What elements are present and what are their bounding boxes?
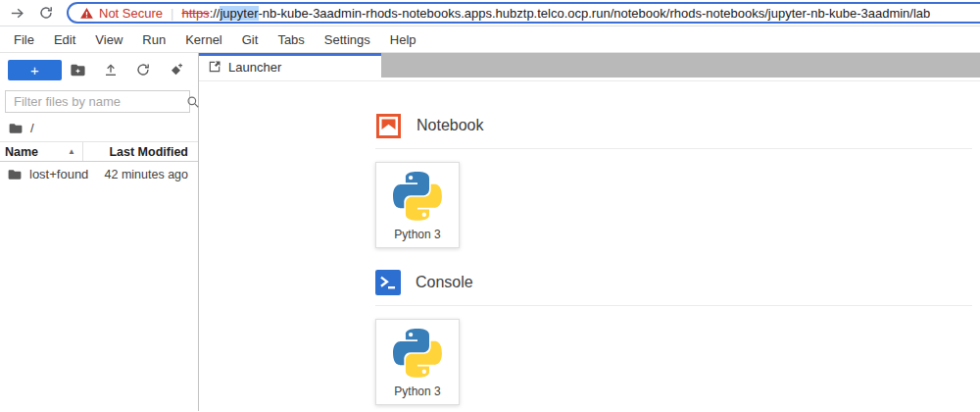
card-label: Python 3 — [394, 385, 440, 398]
url-scheme-separator: :// — [210, 6, 220, 21]
url-scheme: https — [181, 6, 209, 21]
new-launcher-button[interactable]: + — [8, 60, 62, 80]
column-header-last-modified[interactable]: Last Modified — [83, 142, 198, 161]
menu-git[interactable]: Git — [232, 32, 269, 47]
address-bar[interactable]: Not Secure | https://jupyter-nb-kube-3aa… — [67, 2, 980, 24]
card-label: Python 3 — [394, 228, 440, 241]
warning-triangle-icon — [79, 6, 94, 21]
dock-tab-bar: Launcher — [199, 53, 980, 77]
file-browser-sidebar: + / — [0, 53, 199, 411]
launcher-panel: Notebook Python 3 Console — [199, 81, 980, 411]
menu-file[interactable]: File — [4, 32, 44, 47]
search-icon — [186, 95, 200, 109]
section-header: Console — [375, 269, 972, 296]
menu-kernel[interactable]: Kernel — [175, 32, 232, 47]
section-divider — [375, 148, 972, 149]
column-header-name[interactable]: Name ▲ — [0, 142, 83, 161]
url-text[interactable]: https://jupyter-nb-kube-3aadmin-rhods-no… — [181, 6, 930, 21]
launcher-icon — [208, 60, 221, 74]
git-init-icon[interactable] — [160, 62, 192, 78]
launcher-section-console: Console Python 3 — [375, 269, 972, 405]
upload-icon[interactable] — [94, 62, 126, 77]
breadcrumb-path: / — [30, 121, 34, 135]
file-modified-cell: 42 minutes ago — [88, 168, 198, 181]
last-modified-column-label: Last Modified — [109, 145, 188, 159]
file-browser-toolbar: + — [0, 53, 198, 81]
section-title: Notebook — [416, 117, 484, 134]
section-divider — [375, 305, 972, 306]
filter-files-input[interactable] — [14, 94, 186, 109]
menu-help[interactable]: Help — [380, 32, 426, 47]
security-status-label[interactable]: Not Secure — [99, 6, 163, 21]
reload-icon[interactable] — [38, 5, 54, 21]
launcher-card-notebook-python3[interactable]: Python 3 — [375, 162, 460, 248]
launcher-section-notebook: Notebook Python 3 — [375, 112, 972, 248]
folder-icon — [7, 167, 23, 182]
launcher-card-console-python3[interactable]: Python 3 — [375, 319, 460, 405]
workspace: + / — [0, 53, 980, 411]
file-list-header: Name ▲ Last Modified — [0, 141, 198, 162]
tab-launcher-label: Launcher — [228, 60, 281, 75]
console-icon — [375, 270, 401, 295]
breadcrumb[interactable]: / — [0, 116, 198, 140]
plus-icon: + — [30, 63, 39, 77]
new-folder-icon[interactable] — [62, 62, 94, 78]
folder-icon — [8, 121, 24, 136]
section-title: Console — [416, 274, 473, 291]
menu-view[interactable]: View — [85, 32, 132, 47]
python-logo-icon — [393, 329, 442, 378]
main-dock-panel: Launcher Notebook Pytho — [199, 53, 980, 411]
address-separator: | — [171, 6, 173, 21]
browser-chrome: Not Secure | https://jupyter-nb-kube-3aa… — [0, 0, 980, 26]
url-rest: -nb-kube-3aadmin-rhods-notebooks.apps.hu… — [259, 6, 931, 21]
name-column-label: Name — [5, 145, 38, 159]
notebook-icon — [375, 113, 402, 139]
menu-settings[interactable]: Settings — [315, 32, 380, 47]
filter-files-box — [5, 90, 190, 113]
url-selected-text: jupyter — [220, 6, 258, 21]
menu-tabs[interactable]: Tabs — [268, 32, 314, 47]
python-logo-icon — [393, 172, 442, 221]
file-name-cell: lost+found — [0, 167, 88, 182]
section-header: Notebook — [375, 112, 972, 139]
menu-edit[interactable]: Edit — [44, 32, 85, 47]
jupyterlab-menubar: File Edit View Run Kernel Git Tabs Setti… — [0, 26, 980, 53]
menu-run[interactable]: Run — [132, 32, 175, 47]
file-row-lost-found[interactable]: lost+found 42 minutes ago — [0, 162, 198, 186]
file-name-label: lost+found — [29, 167, 88, 181]
sort-ascending-icon: ▲ — [68, 147, 75, 156]
refresh-icon[interactable] — [127, 62, 160, 77]
tab-launcher[interactable]: Launcher — [199, 53, 381, 77]
forward-icon[interactable] — [9, 5, 25, 22]
